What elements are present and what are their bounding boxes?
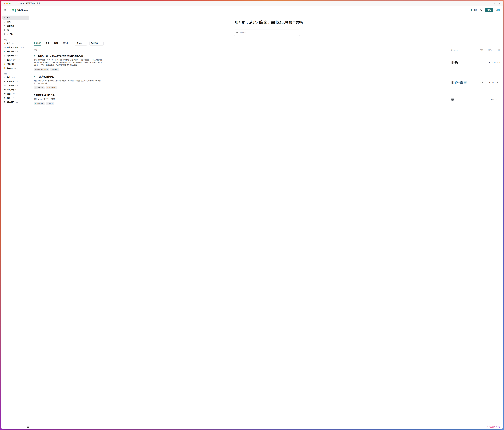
filter-label: 好玩 [7,42,10,45]
minimize-window-button[interactable] [6,3,8,4]
sidebar-nav-item[interactable]: 话题 [2,16,29,20]
post-row[interactable]: 用户反馈收集贴 本帖会收集各个渠道用户反馈，并同步修复情况；大家如果有问题也可以… [34,73,160,92]
filter-count: x 22 [15,55,18,56]
filter-label: 软件开发 [7,80,14,82]
tab[interactable]: 精选 [54,41,58,46]
sidebar-section: 标签 纯水 x 99 </> [2,72,29,104]
post-excerpt: 本帖会收集各个渠道用户反馈，并同步修复情况；大家如果有问题也可以在本帖或本站各个… [34,80,107,84]
post-excerpt: 随着开服3周左右，来了不少小伙伴；也有参与本项目开发的朋友，目前10位左右，比我… [34,59,107,66]
sidebar-nav-label: 活动 [7,33,13,35]
post-tags: 技术 & 开发调优 开源共建 [34,68,160,71]
sidebar-nav-item[interactable]: 关于 [2,28,29,32]
main-content: 一切可能，从此刻启航，在此遇见灵感与共鸣 最新回复最新精选排行榜 无分类 [31,14,160,108]
sidebar-filter-item[interactable]: 搬运 x 16 [2,92,29,96]
post-topic-cell: 用户反馈收集贴 本帖会收集各个渠道用户反馈，并同步修复情况；大家如果有问题也可以… [34,75,160,89]
post-tags: 资源整合 夸克网盘 [34,102,160,105]
sidebar-filter-item[interactable]: 抽奖 x 13 [2,96,29,100]
chevron-up-icon[interactable] [27,73,28,75]
topic-tag[interactable]: 开源共建 [50,68,59,71]
sidebar-filter-item[interactable]: 好玩 x 92 [2,41,29,45]
rss-icon [4,59,6,61]
link-icon [4,51,6,53]
brace-right: } [15,8,16,11]
topic-tag-label: 夸克网盘 [47,103,53,105]
filter-count: x 56 [15,81,18,82]
window-title: OpenIsle - 全面开源的自由社区 [18,2,40,4]
caret-down-icon [101,43,102,44]
sidebar-filter-item[interactable]: 资讯 & 快讯 x 20 [2,58,29,62]
topic-tag[interactable]: 技术 & 开发调优 [34,68,49,71]
sidebar-nav-label: 关于 [7,29,11,31]
gift-icon [4,33,6,35]
topic-tag[interactable]: 夸克网盘 [46,102,54,105]
sidebar-filter-item[interactable]: 人工智能 x 24 [2,83,29,88]
sidebar-section-header[interactable]: 类别 [2,38,29,41]
pencil-icon [4,21,6,23]
filter-label: 人工智能 [7,84,14,87]
post-row[interactable]: 【开源共建】欢迎参与OpenIsle开源社区共建 随着开服3周左右，来了不少小伙… [34,52,160,73]
sidebar-filter-item[interactable]: 技术 & 开发调优 x 60 [2,45,29,49]
sidebar-filter-item[interactable]: 开源共建 x 17 [2,88,29,92]
hash-icon [4,93,6,95]
topic-tag-label: 开源共建 [52,68,58,70]
hash-icon [4,17,6,18]
topic-tag[interactable]: 资源整合 [34,102,45,105]
filter-label: 运营反馈 [7,55,14,57]
sidebar-nav-label: 话题 [7,17,11,19]
sidebar-nav-item[interactable]: 活动 [2,32,29,36]
thumbsup-icon [4,55,6,57]
sidebar-filter-item[interactable]: 纯水 x 99 [2,75,29,79]
caret-down-icon [84,43,85,44]
thumbsup-icon [35,87,36,89]
tab[interactable]: 排行榜 [63,41,68,46]
tab[interactable]: 最新 [46,41,50,46]
sidebar-nav-item[interactable]: 我的消息 [2,24,29,28]
chevron-up-icon[interactable] [27,39,28,41]
blob-icon [4,63,6,65]
topic-tag-label: 技术 & 开发调优 [37,68,48,70]
sidebar-nav-item[interactable]: 发帖 [2,20,29,24]
topic-tag[interactable]: 运营反馈 [34,86,45,89]
sidebar-filter-item[interactable]: 资源整合 x 25 [2,49,29,54]
post-title[interactable]: 【开源共建】欢迎参与OpenIsle开源社区共建 [37,55,83,57]
sidebar-filter-item[interactable]: </> 软件开发 x 56 [2,79,29,83]
filter-count: x 7 [15,63,17,65]
post-title[interactable]: 用户反馈收集贴 [37,75,54,78]
svg-text:B: B [4,68,5,69]
tab[interactable]: 最新回复 [34,41,41,46]
filter-count: x 16 [12,93,15,95]
back-icon[interactable] [13,2,15,4]
filter-count: x 92 [12,43,15,44]
filter-dropdowns: 无分类 选择标签 [75,41,104,46]
brand-logo[interactable]: { } OpenIsle [10,9,28,11]
post-row[interactable]: 豆瓣TOP250电影合集 豆瓣TOP250电影合集 夸克网盘 资源整合 [34,92,160,107]
zoom-window-button[interactable] [9,3,10,4]
topic-tag[interactable]: 快问快答 [46,86,57,89]
filter-dropdown[interactable]: 无分类 [75,41,87,46]
sidebar-section: 类别 好玩 x 92 [2,38,29,70]
sidebar-filter-item[interactable]: 水深火热 x 7 [2,62,29,66]
gearcode-icon: </> [4,81,6,82]
post-topic-cell: 豆瓣TOP250电影合集 豆瓣TOP250电影合集 夸克网盘 资源整合 [34,94,160,105]
topic-tag-label: 运营反馈 [37,87,43,89]
sidebar-filter-item[interactable]: 运营反馈 x 22 [2,54,29,58]
pushpin-icon [34,55,36,57]
sidebar-filter-item[interactable]: B Crypto x 5 [2,66,29,70]
sidebar-nav-label: 发帖 [7,21,11,23]
bitcoin-icon: B [4,67,6,69]
technologist-icon [37,75,39,78]
hero-title: 一切可能，从此刻启航，在此遇见灵感与共鸣 [34,20,160,25]
post-title[interactable]: 豆瓣TOP250电影合集 [34,94,55,97]
topic-table-header: 话题 参与人员 回复 浏览 活动 [34,49,160,52]
filter-count: x 17 [15,89,18,91]
close-window-button[interactable] [4,3,5,4]
filter-count: x 60 [21,47,24,48]
sidebar-filter-item[interactable]: ChatGPT x 10 [2,100,29,104]
app-body: 话题 发帖 我的消息 关于 活动 [1,14,160,108]
menu-icon[interactable] [4,9,7,11]
sidebar-section-header[interactable]: 标签 [2,72,29,75]
desktop-wallpaper: OpenIsle - 全面开源的自由社区 { } OpenIsle 邀请 登录 … [0,0,160,108]
filter-dropdown[interactable]: 选择标签 [90,41,104,46]
info-icon [4,29,6,31]
filter-dropdown-label: 无分类 [77,42,82,44]
